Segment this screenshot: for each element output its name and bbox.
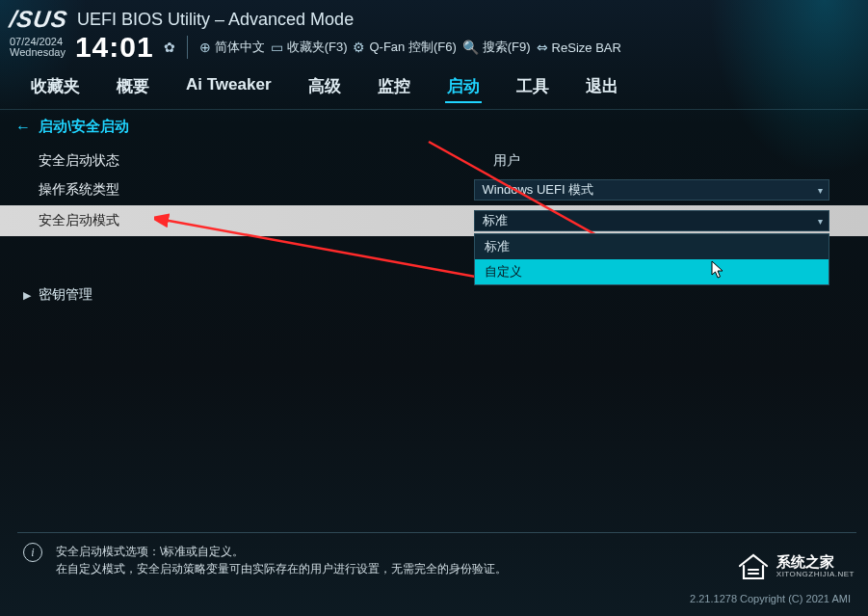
settings-gear-icon[interactable]: ✿	[164, 40, 175, 55]
main-tabs: 收藏夹 概要 Ai Tweaker 高级 监控 启动 工具 退出	[0, 64, 868, 110]
resize-icon: ⇔	[537, 40, 548, 55]
option-standard[interactable]: 标准	[475, 234, 829, 259]
breadcrumb-text: 启动\安全启动	[39, 118, 129, 136]
qfan-button[interactable]: ⚙ Q-Fan 控制(F6)	[353, 39, 456, 56]
secure-boot-mode-dropdown[interactable]: 标准 ▾	[474, 210, 829, 231]
help-panel: i 安全启动模式选项：\标准或自定义。 在自定义模式，安全启动策略变量可由实际存…	[17, 532, 856, 583]
back-arrow-icon[interactable]: ←	[15, 119, 31, 136]
row-secure-boot-state: 安全启动状态 用户	[0, 147, 868, 174]
chevron-down-icon: ▾	[818, 185, 823, 196]
favorites-button[interactable]: ▭ 收藏夹(F3)	[271, 39, 348, 56]
app-title: UEFI BIOS Utility – Advanced Mode	[77, 10, 354, 30]
os-type-dropdown[interactable]: Windows UEFI 模式 ▾	[474, 179, 829, 201]
house-icon	[736, 552, 771, 581]
option-custom[interactable]: 自定义	[475, 259, 829, 284]
resize-bar-button[interactable]: ⇔ ReSize BAR	[537, 40, 621, 55]
tab-tool[interactable]: 工具	[514, 71, 551, 103]
tab-ai-tweaker[interactable]: Ai Tweaker	[184, 71, 274, 103]
watermark: 系统之家 XITONGZHIJIA.NET	[736, 552, 855, 581]
expand-caret-icon: ▶	[23, 289, 31, 302]
breadcrumb[interactable]: ← 启动\安全启动	[0, 110, 868, 144]
search-button[interactable]: 🔍 搜索(F9)	[462, 39, 531, 56]
tab-favorites[interactable]: 收藏夹	[29, 71, 82, 103]
tab-advanced[interactable]: 高级	[306, 71, 343, 103]
fan-icon: ⚙	[353, 40, 365, 55]
row-os-type[interactable]: 操作系统类型 Windows UEFI 模式 ▾	[0, 174, 868, 205]
tab-monitor[interactable]: 监控	[376, 71, 412, 103]
tab-exit[interactable]: 退出	[584, 71, 620, 103]
info-icon: i	[23, 543, 42, 562]
globe-icon: ⊕	[199, 40, 211, 55]
help-line-2: 在自定义模式，安全启动策略变量可由实际存在的用户进行设置，无需完全的身份验证。	[56, 560, 507, 577]
help-line-1: 安全启动模式选项：\标准或自定义。	[56, 543, 507, 560]
folder-icon: ▭	[271, 40, 283, 55]
separator	[187, 36, 188, 59]
secure-boot-mode-options: 标准 自定义	[474, 233, 829, 285]
clock: 14:01	[75, 31, 154, 64]
brand-logo: /SUS	[8, 6, 69, 33]
footer-copyright: 2.21.1278 Copyright (C) 2021 AMI	[690, 593, 851, 604]
search-icon: 🔍	[462, 40, 479, 55]
row-secure-boot-mode[interactable]: 安全启动模式 标准 ▾ 标准 自定义	[0, 205, 868, 236]
date-display: 07/24/2024 Wednesday	[10, 37, 66, 58]
language-selector[interactable]: ⊕ 简体中文	[199, 39, 265, 56]
chevron-down-icon: ▾	[818, 216, 823, 227]
tab-boot[interactable]: 启动	[445, 71, 482, 103]
tab-main[interactable]: 概要	[115, 71, 151, 103]
secure-boot-state-value: 用户	[474, 152, 520, 170]
